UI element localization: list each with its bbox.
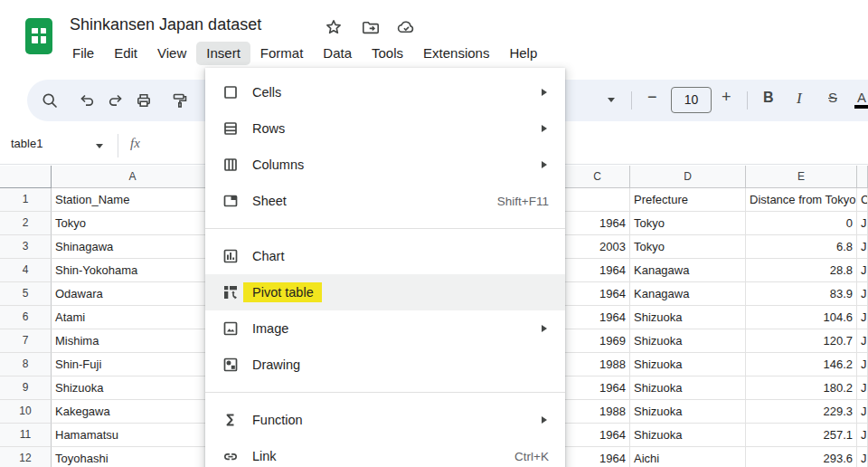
font-size-input[interactable]: 10 <box>671 87 712 113</box>
insert-menu-item-link[interactable]: LinkCtrl+K <box>205 438 565 467</box>
row-header-5[interactable]: 5 <box>0 282 52 306</box>
row-header-12[interactable]: 12 <box>0 447 52 467</box>
cell-C9[interactable]: 1964 <box>565 376 630 400</box>
column-header-C[interactable]: C <box>565 166 630 188</box>
cell-A5[interactable]: Odawara <box>52 282 214 306</box>
cell-D10[interactable]: Shizuoka <box>630 400 746 424</box>
row-header-7[interactable]: 7 <box>0 329 52 353</box>
search-icon[interactable] <box>40 91 60 110</box>
cell-C2[interactable]: 1964 <box>565 212 630 235</box>
text-color-button[interactable]: A <box>857 90 866 105</box>
row-header-2[interactable]: 2 <box>0 212 52 235</box>
name-box[interactable]: table1 <box>11 137 42 150</box>
insert-menu-item-rows[interactable]: Rows <box>205 110 565 147</box>
paint-format-icon[interactable] <box>170 91 190 110</box>
google-sheets-logo[interactable] <box>25 18 52 54</box>
row-header-11[interactable]: 11 <box>0 424 52 447</box>
cell-C8[interactable]: 1988 <box>565 353 630 376</box>
name-box-caret[interactable] <box>96 144 103 148</box>
cell-C11[interactable]: 1964 <box>565 424 630 447</box>
cell-D1[interactable]: Prefecture <box>630 188 746 212</box>
cell-C4[interactable]: 1964 <box>565 259 630 282</box>
undo-icon[interactable] <box>77 91 97 110</box>
insert-menu-item-columns[interactable]: Columns <box>205 147 565 183</box>
cell-A12[interactable]: Toyohashi <box>52 447 214 467</box>
row-header-10[interactable]: 10 <box>0 400 52 424</box>
cell-A10[interactable]: Kakegawa <box>52 400 214 424</box>
insert-menu-item-cells[interactable]: Cells <box>205 74 565 110</box>
menubar-item-edit[interactable]: Edit <box>104 42 147 65</box>
cell-D2[interactable]: Tokyo <box>630 212 746 235</box>
star-icon[interactable] <box>324 17 344 37</box>
cell-D11[interactable]: Shizuoka <box>630 424 746 447</box>
insert-menu-item-function[interactable]: Function <box>205 402 565 438</box>
insert-menu-item-pivot-table[interactable]: Pivot table <box>205 274 565 310</box>
redo-icon[interactable] <box>106 91 126 110</box>
cell-F2[interactable]: J <box>857 212 868 235</box>
row-header-4[interactable]: 4 <box>0 259 52 282</box>
cell-C3[interactable]: 2003 <box>565 235 630 259</box>
menubar-item-insert[interactable]: Insert <box>196 42 250 65</box>
cell-E4[interactable]: 28.8 <box>746 259 857 282</box>
cell-F7[interactable]: J <box>857 329 868 353</box>
cell-C1[interactable] <box>565 188 630 212</box>
cell-D4[interactable]: Kanagawa <box>630 259 746 282</box>
menubar-item-view[interactable]: View <box>147 42 196 65</box>
cell-D7[interactable]: Shizuoka <box>630 329 746 353</box>
bold-button[interactable]: B <box>763 90 774 106</box>
increase-font-size-button[interactable]: + <box>722 88 731 107</box>
cell-D3[interactable]: Tokyo <box>630 235 746 259</box>
font-dropdown-caret[interactable] <box>608 98 615 102</box>
cell-A7[interactable]: Mishima <box>52 329 214 353</box>
cell-F1[interactable]: C <box>857 188 868 212</box>
print-icon[interactable] <box>134 91 154 110</box>
cell-D5[interactable]: Kanagawa <box>630 282 746 306</box>
cell-D9[interactable]: Shizuoka <box>630 376 746 400</box>
cell-A6[interactable]: Atami <box>52 306 214 329</box>
cell-F11[interactable]: J <box>857 424 868 447</box>
cell-A4[interactable]: Shin-Yokohama <box>52 259 214 282</box>
cell-D12[interactable]: Aichi <box>630 447 746 467</box>
cell-F12[interactable]: J <box>857 447 868 467</box>
cell-C12[interactable]: 1964 <box>565 447 630 467</box>
column-header-A[interactable]: A <box>52 166 214 188</box>
cell-A8[interactable]: Shin-Fuji <box>52 353 214 376</box>
cell-A1[interactable]: Station_Name <box>52 188 214 212</box>
cell-F3[interactable]: J <box>857 235 868 259</box>
cell-D6[interactable]: Shizuoka <box>630 306 746 329</box>
insert-menu-item-image[interactable]: Image <box>205 310 565 347</box>
cell-E6[interactable]: 104.6 <box>746 306 857 329</box>
cell-E9[interactable]: 180.2 <box>746 376 857 400</box>
menubar-item-file[interactable]: File <box>62 42 104 65</box>
select-all-corner[interactable] <box>0 166 52 188</box>
row-header-1[interactable]: 1 <box>0 188 52 212</box>
cell-C7[interactable]: 1969 <box>565 329 630 353</box>
cell-D8[interactable]: Shizuoka <box>630 353 746 376</box>
menubar-item-format[interactable]: Format <box>250 42 314 65</box>
cell-F10[interactable]: J <box>857 400 868 424</box>
cell-E2[interactable]: 0 <box>746 212 857 235</box>
cloud-saved-icon[interactable] <box>396 17 416 37</box>
row-header-3[interactable]: 3 <box>0 235 52 259</box>
italic-button[interactable]: I <box>797 90 802 108</box>
cell-F4[interactable]: J <box>857 259 868 282</box>
cell-E10[interactable]: 229.3 <box>746 400 857 424</box>
cell-A11[interactable]: Hamamatsu <box>52 424 214 447</box>
menubar-item-help[interactable]: Help <box>499 42 547 65</box>
cell-E11[interactable]: 257.1 <box>746 424 857 447</box>
column-header-f[interactable] <box>857 166 868 188</box>
document-title[interactable]: Shinkansen Japan dataset <box>70 15 261 34</box>
column-header-D[interactable]: D <box>630 166 746 188</box>
cell-C10[interactable]: 1988 <box>565 400 630 424</box>
cell-E7[interactable]: 120.7 <box>746 329 857 353</box>
cell-E3[interactable]: 6.8 <box>746 235 857 259</box>
move-folder-icon[interactable] <box>360 17 380 37</box>
menubar-item-tools[interactable]: Tools <box>362 42 413 65</box>
cell-E1[interactable]: Distance from Tokyo <box>746 188 857 212</box>
cell-E5[interactable]: 83.9 <box>746 282 857 306</box>
decrease-font-size-button[interactable]: − <box>647 88 657 107</box>
cell-C5[interactable]: 1964 <box>565 282 630 306</box>
insert-menu-item-chart[interactable]: Chart <box>205 238 565 274</box>
menubar-item-extensions[interactable]: Extensions <box>413 42 499 65</box>
cell-F6[interactable]: J <box>857 306 868 329</box>
